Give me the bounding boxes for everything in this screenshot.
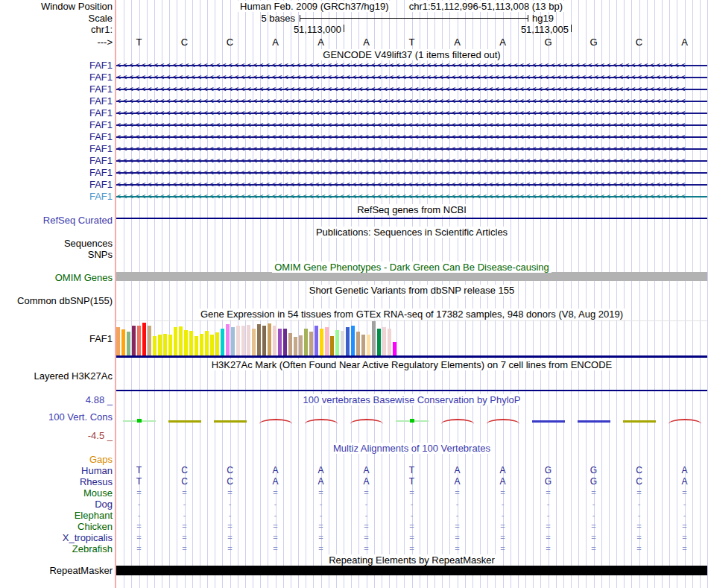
refseq-curated-label[interactable]: RefSeq Curated xyxy=(0,215,113,225)
repeatmasker-label[interactable]: RepeatMasker xyxy=(0,566,113,575)
gene-exon-row[interactable]: <<<<<<<<<<<<<<<<<<<<<<<<<<<<<<<<<<<<<<<<… xyxy=(116,108,707,118)
gtex-expression-bar[interactable] xyxy=(137,326,141,355)
multiz-alignment-row[interactable]: ============= xyxy=(116,533,707,543)
gtex-expression-bar[interactable] xyxy=(142,323,146,355)
gtex-expression-bar[interactable] xyxy=(205,331,209,355)
gtex-expression-bar[interactable] xyxy=(335,330,339,355)
multiz-species-label[interactable]: Chicken xyxy=(0,522,113,531)
gene-label[interactable]: FAF1 xyxy=(0,84,113,94)
gene-label[interactable]: FAF1 xyxy=(0,168,113,177)
gene-exon-row[interactable]: <<<<<<<<<<<<<<<<<<<<<<<<<<<<<<<<<<<<<<<<… xyxy=(116,144,707,154)
gtex-expression-bar[interactable] xyxy=(116,327,120,355)
gtex-expression-bar[interactable] xyxy=(148,326,151,355)
gtex-expression-bar[interactable] xyxy=(158,335,162,355)
gene-exon-row[interactable]: <<<<<<<<<<<<<<<<<<<<<<<<<<<<<<<<<<<<<<<<… xyxy=(116,60,707,70)
snps-track-label[interactable]: SNPs xyxy=(0,250,113,259)
gene-label[interactable]: FAF1 xyxy=(0,132,113,142)
phylop-mark[interactable] xyxy=(214,420,247,423)
gtex-expression-bar[interactable] xyxy=(278,329,282,355)
gene-label[interactable]: FAF1 xyxy=(0,192,113,201)
common-dbsnp-label[interactable]: Common dbSNP(155) xyxy=(0,296,113,306)
gtex-expression-bar[interactable] xyxy=(356,332,360,355)
gtex-expression-bar[interactable] xyxy=(252,329,256,355)
h3k27ac-line[interactable] xyxy=(116,390,707,391)
multiz-alignment-row[interactable]: ------------- xyxy=(116,499,707,509)
gtex-expression-bar[interactable] xyxy=(351,326,355,355)
multiz-species-label[interactable]: Gaps xyxy=(0,455,113,464)
gtex-expression-bar[interactable] xyxy=(294,337,297,355)
repeatmasker-bar[interactable] xyxy=(116,566,707,575)
gtex-expression-bar[interactable] xyxy=(377,329,381,355)
phylop-mark-peak[interactable] xyxy=(137,419,142,423)
multiz-alignment-row[interactable]: TCCAAATAAGGCA xyxy=(116,466,707,475)
phylop-mark-negative[interactable] xyxy=(441,419,474,424)
phylop-mark-negative[interactable] xyxy=(259,419,292,424)
multiz-species-label[interactable]: Dog xyxy=(0,499,113,509)
gtex-expression-bar[interactable] xyxy=(341,331,344,355)
layered-h3k27ac-label[interactable]: Layered H3K27Ac xyxy=(0,371,113,381)
multiz-species-label[interactable]: Zebrafish xyxy=(0,544,113,554)
multiz-alignment-row[interactable]: TCCAAATAAGGCA xyxy=(116,477,707,487)
gtex-expression-bar[interactable] xyxy=(330,336,334,355)
gtex-expression-bar[interactable] xyxy=(262,326,266,355)
gtex-expression-bar[interactable] xyxy=(241,326,245,355)
gene-exon-row[interactable]: <<<<<<<<<<<<<<<<<<<<<<<<<<<<<<<<<<<<<<<<… xyxy=(116,180,707,189)
gene-exon-row[interactable]: <<<<<<<<<<<<<<<<<<<<<<<<<<<<<<<<<<<<<<<<… xyxy=(116,84,707,94)
gtex-expression-bar[interactable] xyxy=(153,336,157,355)
phylop-mark-negative[interactable] xyxy=(350,419,383,424)
gene-exon-row[interactable]: <<<<<<<<<<<<<<<<<<<<<<<<<<<<<<<<<<<<<<<<… xyxy=(116,72,707,82)
sequences-track-label[interactable]: Sequences xyxy=(0,238,113,248)
gtex-expression-bar[interactable] xyxy=(168,335,172,355)
multiz-species-label[interactable]: X_tropicalis xyxy=(0,533,113,543)
gene-label[interactable]: FAF1 xyxy=(0,120,113,130)
gtex-expression-bar[interactable] xyxy=(382,327,386,355)
gtex-expression-bar[interactable] xyxy=(299,335,303,355)
gtex-expression-bar[interactable] xyxy=(226,324,230,355)
multiz-species-label[interactable]: Human xyxy=(0,466,113,475)
gtex-expression-bar[interactable] xyxy=(273,326,276,355)
phylop-mark-negative[interactable] xyxy=(669,419,701,424)
gene-exon-row[interactable]: <<<<<<<<<<<<<<<<<<<<<<<<<<<<<<<<<<<<<<<<… xyxy=(116,192,707,201)
multiz-alignment-row[interactable]: ============= xyxy=(116,488,707,498)
gtex-expression-bar[interactable] xyxy=(195,336,198,355)
gene-label[interactable]: FAF1 xyxy=(0,60,113,70)
gtex-expression-bar[interactable] xyxy=(215,332,219,355)
gene-label[interactable]: FAF1 xyxy=(0,96,113,106)
conservation-track-label[interactable]: 100 Vert. Cons xyxy=(0,412,113,422)
gtex-expression-bar[interactable] xyxy=(200,334,203,355)
gtex-expression-bar[interactable] xyxy=(309,332,313,355)
gtex-expression-bar[interactable] xyxy=(393,342,396,355)
gtex-expression-bar[interactable] xyxy=(283,329,287,355)
gtex-expression-bar[interactable] xyxy=(184,330,188,355)
gtex-expression-bar[interactable] xyxy=(179,326,183,355)
phylop-mark[interactable] xyxy=(532,420,565,423)
gtex-expression-bar[interactable] xyxy=(231,327,235,355)
gene-exon-row[interactable]: <<<<<<<<<<<<<<<<<<<<<<<<<<<<<<<<<<<<<<<<… xyxy=(116,168,707,177)
gene-exon-row[interactable]: <<<<<<<<<<<<<<<<<<<<<<<<<<<<<<<<<<<<<<<<… xyxy=(116,96,707,106)
gtex-expression-bar[interactable] xyxy=(174,327,177,355)
gtex-expression-bar[interactable] xyxy=(304,329,308,355)
gtex-expression-bar[interactable] xyxy=(367,335,370,355)
gtex-expression-bar[interactable] xyxy=(325,327,329,355)
phylop-mark[interactable] xyxy=(578,420,610,423)
gene-label[interactable]: FAF1 xyxy=(0,156,113,165)
gtex-baseline[interactable] xyxy=(116,355,707,358)
multiz-alignment-row[interactable]: ------------- xyxy=(116,510,707,520)
gtex-expression-bar[interactable] xyxy=(221,329,224,355)
phylop-mark[interactable] xyxy=(168,420,201,423)
gtex-expression-bar[interactable] xyxy=(236,326,240,355)
refseq-curated-gene-line[interactable] xyxy=(116,218,707,219)
gtex-expression-bar[interactable] xyxy=(189,331,193,355)
gene-label[interactable]: FAF1 xyxy=(0,144,113,154)
gene-label[interactable]: FAF1 xyxy=(0,72,113,82)
gtex-expression-bar[interactable] xyxy=(163,334,167,355)
gtex-expression-bar[interactable] xyxy=(315,326,318,355)
gtex-expression-bar[interactable] xyxy=(132,326,136,355)
gtex-expression-bar[interactable] xyxy=(127,332,130,355)
gene-label[interactable]: FAF1 xyxy=(0,180,113,189)
gtex-expression-bar[interactable] xyxy=(257,324,261,355)
gtex-expression-bar[interactable] xyxy=(388,329,391,355)
gene-label[interactable]: FAF1 xyxy=(0,108,113,118)
multiz-alignment-row[interactable]: ============= xyxy=(116,522,707,531)
gene-exon-row[interactable]: <<<<<<<<<<<<<<<<<<<<<<<<<<<<<<<<<<<<<<<<… xyxy=(116,132,707,142)
